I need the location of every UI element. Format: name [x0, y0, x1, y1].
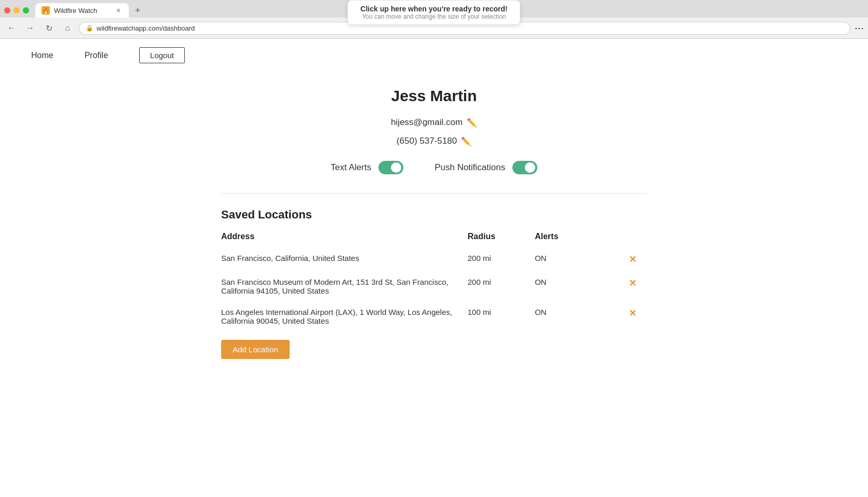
close-window-button[interactable] — [4, 7, 10, 13]
home-nav-link[interactable]: Home — [31, 51, 53, 60]
recording-banner-sub: You can move and change the size of your… — [360, 13, 507, 20]
home-nav-button[interactable]: ⌂ — [60, 21, 75, 35]
location-address-1: San Francisco Museum of Modern Art, 151 … — [221, 271, 468, 301]
delete-location-button-0[interactable]: ✕ — [629, 254, 636, 265]
tab-favicon: 🔥 — [42, 6, 50, 15]
maximize-window-button[interactable] — [23, 7, 29, 13]
phone-row: (650) 537-5180 ✏️ — [221, 136, 647, 146]
saved-locations-section: Saved Locations Address Radius Alerts Sa… — [221, 208, 647, 359]
user-email: hijess@gmail.com — [391, 117, 463, 128]
browser-extensions: ⋯ — [855, 22, 864, 34]
tab-title: Wildfire Watch — [54, 7, 110, 15]
col-header-address: Address — [221, 232, 468, 247]
forward-button[interactable]: → — [23, 21, 37, 35]
refresh-button[interactable]: ↻ — [42, 21, 56, 35]
profile-nav-link[interactable]: Profile — [85, 51, 108, 60]
col-header-radius: Radius — [468, 232, 535, 247]
logout-button[interactable]: Logout — [139, 47, 185, 63]
location-radius-0: 200 mi — [468, 247, 535, 271]
location-address-2: Los Angeles International Airport (LAX),… — [221, 301, 468, 332]
user-phone: (650) 537-5180 — [397, 136, 457, 146]
push-notifications-group: Push Notifications — [435, 161, 537, 174]
tab-close-button[interactable]: × — [114, 6, 123, 15]
table-row: San Francisco Museum of Modern Art, 151 … — [221, 271, 647, 301]
push-notifications-label: Push Notifications — [435, 162, 505, 173]
email-row: hijess@gmail.com ✏️ — [221, 117, 647, 128]
toggles-row: Text Alerts Push Notifications — [221, 161, 647, 174]
text-alerts-group: Text Alerts — [331, 161, 403, 174]
col-header-alerts: Alerts — [535, 232, 602, 247]
location-alerts-0: ON — [535, 247, 602, 271]
location-alerts-1: ON — [535, 271, 602, 301]
minimize-window-button[interactable] — [13, 7, 20, 13]
table-header-row: Address Radius Alerts — [221, 232, 647, 247]
push-notifications-toggle[interactable] — [512, 161, 537, 174]
divider — [221, 193, 647, 194]
text-alerts-label: Text Alerts — [331, 162, 371, 173]
lock-icon: 🔒 — [86, 24, 93, 32]
delete-location-button-1[interactable]: ✕ — [629, 278, 636, 289]
text-alerts-toggle[interactable] — [378, 161, 403, 174]
url-text: wildfirewatchapp.com/dashboard — [97, 24, 195, 32]
recording-banner: Click up here when you're ready to recor… — [347, 0, 520, 25]
delete-location-button-2[interactable]: ✕ — [629, 308, 636, 319]
edit-email-icon[interactable]: ✏️ — [467, 118, 477, 128]
add-location-button[interactable]: Add Location — [221, 340, 290, 359]
main-content: Jess Martin hijess@gmail.com ✏️ (650) 53… — [200, 72, 668, 375]
new-tab-button[interactable]: + — [131, 4, 145, 17]
table-row: Los Angeles International Airport (LAX),… — [221, 301, 647, 332]
location-alerts-2: ON — [535, 301, 602, 332]
edit-phone-icon[interactable]: ✏️ — [461, 136, 471, 146]
locations-table: Address Radius Alerts San Francisco, Cal… — [221, 232, 647, 332]
location-radius-2: 100 mi — [468, 301, 535, 332]
back-button[interactable]: ← — [4, 21, 19, 35]
saved-locations-title: Saved Locations — [221, 208, 647, 222]
location-address-0: San Francisco, California, United States — [221, 247, 468, 271]
navigation: Home Profile Logout — [0, 39, 868, 72]
text-alerts-slider — [378, 161, 403, 174]
browser-tab-active[interactable]: 🔥 Wildfire Watch × — [35, 3, 129, 18]
location-radius-1: 200 mi — [468, 271, 535, 301]
page-wrapper: Home Profile Logout Jess Martin hijess@g… — [0, 39, 868, 497]
extensions-area[interactable]: ⋯ — [855, 22, 864, 34]
user-name: Jess Martin — [221, 87, 647, 105]
table-row: San Francisco, California, United States… — [221, 247, 647, 271]
push-notifications-slider — [512, 161, 537, 174]
browser-controls — [4, 7, 29, 13]
recording-banner-main: Click up here when you're ready to recor… — [360, 5, 507, 13]
col-header-delete — [602, 232, 647, 247]
